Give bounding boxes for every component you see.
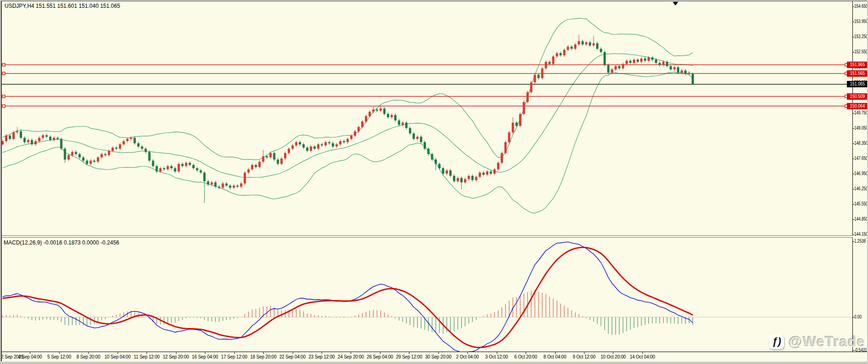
time-axis-label: 22 Sep 04:00 xyxy=(279,354,306,359)
candle-body xyxy=(134,138,136,143)
time-tick xyxy=(176,352,176,354)
candle-body xyxy=(182,164,184,166)
candle-body xyxy=(229,186,231,188)
price-level-badge: 151.965 xyxy=(847,62,868,68)
candle-body xyxy=(578,41,580,45)
candle-body xyxy=(549,62,551,64)
price-axis-label: 154.650 xyxy=(854,4,868,9)
candle-body xyxy=(236,186,238,187)
candle-body xyxy=(49,137,51,140)
time-tick xyxy=(234,352,235,354)
time-tick xyxy=(30,352,30,354)
candle-body xyxy=(167,166,169,169)
candle-body xyxy=(519,114,522,126)
candle-body xyxy=(75,152,77,154)
candle-body xyxy=(317,144,319,149)
candle-body xyxy=(288,149,290,153)
candle-body xyxy=(119,144,121,149)
badge-price-text: 150.509 xyxy=(850,93,865,100)
candle-body xyxy=(614,66,617,69)
price-level-line[interactable] xyxy=(2,105,852,108)
bollinger-bands xyxy=(3,18,693,213)
panel-splitter[interactable] xyxy=(0,235,867,238)
time-axis-label: 2 Oct 04:00 xyxy=(456,354,479,359)
macd-histogram xyxy=(3,290,693,335)
candle-body xyxy=(123,141,125,144)
candle-body xyxy=(563,50,566,56)
candle-body xyxy=(479,173,481,177)
line-left-handle[interactable] xyxy=(2,63,5,66)
time-tick xyxy=(409,352,409,354)
time-axis-label: 12 Sep 20:00 xyxy=(163,354,189,359)
time-axis-label: 4 Sep 04:00 xyxy=(18,354,42,359)
macd-indicator-canvas[interactable] xyxy=(0,238,852,352)
line-left-handle[interactable] xyxy=(2,105,5,108)
candle-body xyxy=(262,156,264,162)
candle-body xyxy=(505,142,507,153)
candle-body xyxy=(57,138,59,139)
line-left-handle[interactable] xyxy=(2,72,5,75)
candle-body xyxy=(516,123,518,126)
candle-body xyxy=(214,182,216,187)
candle-body xyxy=(291,145,294,148)
candle-body xyxy=(93,161,96,162)
candle-body xyxy=(284,153,286,159)
candle-body xyxy=(64,149,66,160)
price-axis-label: 146.250 xyxy=(854,186,868,191)
candle-body xyxy=(346,139,349,142)
candle-body xyxy=(471,176,474,180)
candle-body xyxy=(280,159,283,164)
candle-body xyxy=(673,67,675,69)
macd-axis-label: 0.00 xyxy=(854,314,862,319)
time-tick xyxy=(555,352,556,354)
candle-body xyxy=(501,153,503,163)
time-axis-label: 10 Sep 04:00 xyxy=(104,354,130,359)
candle-body xyxy=(203,173,205,182)
price-chart-canvas[interactable] xyxy=(0,0,852,235)
candle-body xyxy=(31,140,33,144)
time-axis-scale[interactable]: 2 Sep 20254 Sep 04:005 Sep 12:008 Sep 20… xyxy=(0,352,867,361)
line-left-handle[interactable] xyxy=(2,95,5,98)
time-tick xyxy=(59,352,60,354)
candle-body xyxy=(12,132,15,139)
chart-shift-marker-icon[interactable] xyxy=(673,2,678,6)
candle-body xyxy=(20,131,22,138)
candle-body xyxy=(200,171,202,173)
candle-body xyxy=(299,142,301,144)
candle-body xyxy=(218,187,220,188)
price-level-line[interactable] xyxy=(2,72,852,75)
price-axis-scale[interactable]: 154.650153.950153.250152.550151.850151.1… xyxy=(853,1,868,352)
candle-body xyxy=(310,147,312,151)
candle-body xyxy=(460,178,463,182)
candle-body xyxy=(163,168,165,169)
candle-body xyxy=(585,42,587,45)
price-axis-label: 148.350 xyxy=(854,141,868,146)
candle-body xyxy=(600,49,602,52)
candle-body xyxy=(266,156,268,157)
candle-body xyxy=(684,70,686,74)
macd-signal-line xyxy=(3,247,693,347)
time-axis-label: 29 Sep 12:00 xyxy=(396,354,422,359)
price-level-line[interactable] xyxy=(2,95,852,98)
candle-body xyxy=(361,121,363,127)
candle-body xyxy=(178,164,180,172)
candle-body xyxy=(159,168,162,171)
candle-body xyxy=(398,120,400,125)
candle-body xyxy=(592,43,595,46)
candle-body xyxy=(126,139,129,141)
candle-body xyxy=(449,171,452,176)
candle-body xyxy=(71,152,74,155)
price-level-badge: 150.064 xyxy=(847,103,868,109)
price-axis-label: 144.850 xyxy=(854,216,868,222)
candle-body xyxy=(581,41,584,45)
price-axis-label: 146.950 xyxy=(854,171,868,176)
time-axis-label: 18 Sep 20:00 xyxy=(250,354,276,359)
time-axis-label: 16 Sep 04:00 xyxy=(192,354,218,359)
candle-body xyxy=(251,165,253,169)
candle-body xyxy=(545,62,547,68)
candle-body xyxy=(468,176,470,179)
price-level-line[interactable] xyxy=(2,63,852,66)
candle-body xyxy=(145,149,147,152)
candle-body xyxy=(409,128,411,134)
candle-body xyxy=(651,57,653,60)
